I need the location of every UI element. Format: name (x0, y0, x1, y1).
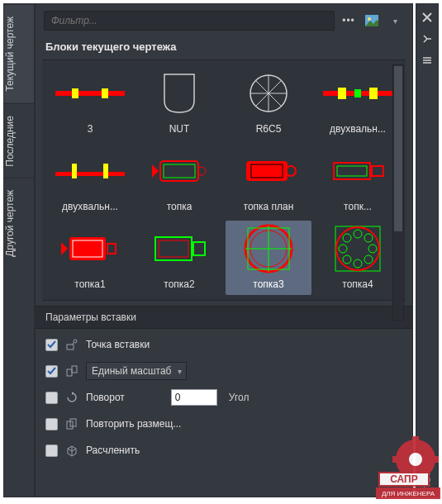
param-repeat: Повторить размещ... (45, 415, 402, 433)
menu-icon[interactable] (421, 54, 434, 67)
block-thumbnail (234, 226, 303, 272)
block-label: топка1 (74, 278, 105, 290)
rotation-checkbox[interactable] (45, 392, 58, 404)
explode-checkbox[interactable] (45, 445, 58, 457)
svg-rect-26 (159, 240, 188, 257)
svg-rect-51 (392, 456, 401, 463)
insertion-point-icon (64, 337, 79, 352)
more-options-icon[interactable]: ••• (340, 12, 358, 30)
svg-rect-44 (72, 366, 77, 373)
scale-checkbox[interactable] (45, 365, 58, 378)
svg-rect-14 (164, 164, 195, 178)
thumbnail-view-icon[interactable] (363, 12, 381, 30)
svg-point-33 (354, 230, 362, 238)
block-thumbnail (145, 148, 214, 194)
svg-rect-21 (372, 166, 383, 176)
svg-point-37 (343, 234, 351, 242)
filter-input[interactable] (44, 11, 335, 31)
insertion-point-checkbox[interactable] (45, 339, 58, 351)
block-label: R6C5 (256, 123, 282, 135)
svg-point-35 (339, 245, 347, 253)
svg-rect-27 (193, 242, 205, 255)
insert-params-body: Точка вставки Единый масштаб Поворот У (36, 329, 412, 466)
grid-scrollbar[interactable] (392, 64, 404, 321)
block-item[interactable]: топка (136, 143, 222, 217)
repeat-icon (64, 416, 79, 431)
svg-point-36 (368, 245, 377, 253)
block-item[interactable]: 3 (47, 65, 133, 140)
insertion-point-label: Точка вставки (86, 339, 150, 350)
filter-bar: ••• ▾ (36, 4, 412, 37)
pin-icon[interactable] (421, 32, 434, 45)
block-item[interactable]: топк... (315, 143, 401, 217)
block-item[interactable]: топка1 (47, 221, 133, 295)
tab-current-drawing[interactable]: Текущий чертеж (4, 4, 34, 103)
close-icon[interactable] (421, 11, 434, 24)
block-thumbnail (145, 70, 214, 116)
svg-rect-4 (102, 88, 108, 98)
block-item[interactable]: топка2 (136, 221, 222, 295)
block-item[interactable]: топка план (226, 143, 311, 217)
svg-rect-8 (369, 88, 378, 99)
svg-point-40 (364, 255, 373, 264)
block-item[interactable]: топка4 (315, 221, 401, 295)
block-label: топк... (344, 201, 372, 212)
rotation-label: Поворот (86, 392, 125, 403)
rotation-angle-label: Угол (229, 392, 250, 403)
block-thumbnail (234, 148, 303, 194)
block-label: топка2 (164, 278, 194, 290)
scale-dropdown[interactable]: Единый масштаб (86, 362, 187, 380)
block-item[interactable]: двухвальн... (47, 143, 133, 217)
param-scale: Единый масштаб (45, 362, 402, 380)
block-grid: 3 NUT R6C5 двухвальн... (42, 59, 406, 301)
svg-rect-10 (55, 172, 125, 176)
repeat-checkbox[interactable] (45, 418, 58, 430)
rotation-angle-input[interactable] (171, 389, 217, 406)
block-item[interactable]: R6C5 (226, 65, 311, 140)
block-label: топка4 (342, 278, 373, 290)
tab-other-drawing[interactable]: Другой чертеж (4, 178, 34, 269)
block-thumbnail (55, 148, 125, 194)
insert-params-title: Параметры вставки (45, 311, 136, 323)
block-label: двухвальн... (62, 201, 118, 212)
svg-rect-41 (67, 345, 74, 349)
block-label: 3 (88, 123, 93, 135)
block-thumbnail (55, 226, 125, 272)
block-thumbnail (234, 70, 303, 116)
svg-text:ДЛЯ ИНЖЕНЕРА: ДЛЯ ИНЖЕНЕРА (382, 490, 435, 497)
param-rotation: Поворот Угол (45, 388, 402, 407)
svg-point-39 (343, 255, 351, 264)
svg-point-1 (368, 17, 371, 21)
scrollbar-thumb[interactable] (394, 66, 402, 231)
block-thumbnail (323, 226, 392, 272)
tab-recent[interactable]: Последние (4, 103, 34, 178)
block-label: топка (167, 201, 192, 212)
svg-rect-49 (412, 436, 419, 445)
panel-controls: БЛОКИ (416, 3, 439, 497)
block-label: топка3 (253, 278, 283, 290)
svg-rect-3 (72, 88, 78, 98)
watermark-logo: САПР ДЛЯ ИНЖЕНЕРА (376, 435, 440, 501)
svg-point-32 (336, 227, 379, 270)
insert-params-header[interactable]: Параметры вставки ▼ (36, 306, 412, 329)
svg-rect-19 (334, 163, 370, 179)
block-item[interactable]: двухвальн... (315, 65, 401, 140)
block-thumbnail (145, 226, 214, 272)
side-tabs: Текущий чертеж Последние Другой чертеж (3, 3, 35, 497)
svg-rect-24 (107, 244, 116, 254)
block-label: NUT (169, 123, 190, 135)
block-label: двухвальн... (330, 123, 386, 135)
svg-rect-11 (72, 164, 77, 178)
block-item[interactable]: NUT (136, 65, 222, 140)
scale-icon (64, 364, 79, 378)
view-dropdown-icon[interactable]: ▾ (386, 12, 404, 30)
svg-text:САПР: САПР (390, 473, 418, 485)
svg-rect-12 (103, 164, 108, 178)
param-explode: Расчленить (45, 441, 402, 459)
block-thumbnail (323, 148, 392, 194)
svg-rect-20 (337, 166, 367, 176)
block-label: топка план (244, 201, 294, 212)
block-item[interactable]: топка3 (226, 221, 311, 295)
svg-rect-9 (354, 89, 361, 97)
svg-rect-2 (55, 91, 125, 96)
